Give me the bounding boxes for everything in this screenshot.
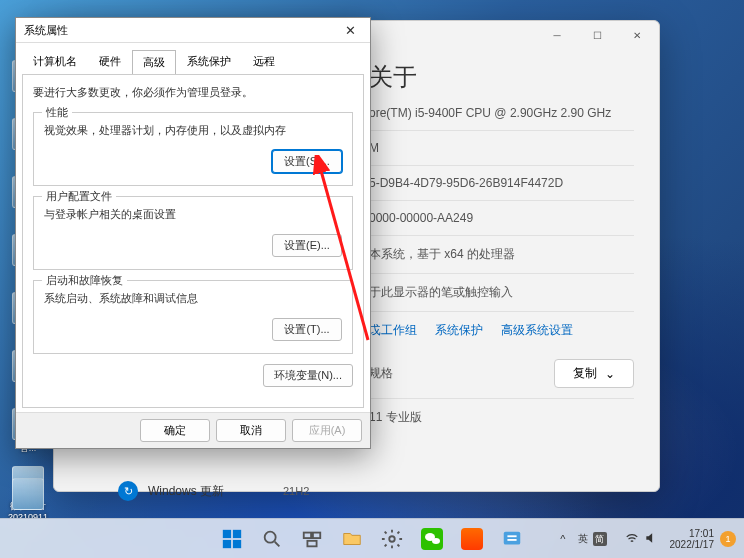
settings-taskbar-button[interactable] [374,521,410,557]
svg-rect-3 [223,539,231,547]
performance-settings-button[interactable]: 设置(S)... [272,150,342,173]
tab-hardware[interactable]: 硬件 [88,49,132,74]
link-workgroup[interactable]: 戉工作组 [369,322,417,339]
ram-row: M [369,131,634,166]
system-tray[interactable] [619,527,664,551]
dialog-title: 系统属性 [24,23,68,38]
version-value: 21H2 [283,485,309,497]
link-advanced-settings[interactable]: 高级系统设置 [501,322,573,339]
svg-rect-9 [307,540,316,546]
chevron-down-icon: ⌄ [605,367,615,381]
nav-windows-update[interactable]: ↻ Windows 更新 21H2 [118,481,318,501]
startup-settings-button[interactable]: 设置(T)... [272,318,342,341]
wifi-icon [625,531,639,547]
apply-button[interactable]: 应用(A) [292,419,362,442]
control-panel-taskbar-button[interactable] [494,521,530,557]
clock-time: 17:01 [670,528,715,539]
system-properties-dialog: 系统属性 ✕ 计算机名硬件高级系统保护远程 要进行大多数更改，你必须作为管理员登… [15,17,371,449]
product-id-row: 0000-00000-AA249 [369,201,634,236]
startup-group: 启动和故障恢复 系统启动、系统故障和调试信息 设置(T)... [33,280,353,354]
wechat-taskbar-button[interactable] [414,521,450,557]
copy-button[interactable]: 复制 ⌄ [554,359,634,388]
startup-desc: 系统启动、系统故障和调试信息 [44,291,342,306]
app-taskbar-button[interactable] [454,521,490,557]
start-button[interactable] [214,521,250,557]
ok-button[interactable]: 确定 [140,419,210,442]
svg-rect-1 [223,529,231,537]
settings-maximize-button[interactable]: ☐ [579,23,615,47]
profile-group: 用户配置文件 与登录帐户相关的桌面设置 设置(E)... [33,196,353,270]
svg-point-5 [265,531,276,542]
pen-row: 于此显示器的笔或触控输入 [369,274,634,312]
svg-line-6 [275,541,280,546]
update-icon: ↻ [118,481,138,501]
task-view-button[interactable] [294,521,330,557]
edition-row: 11 专业版 [369,399,634,436]
link-system-protect[interactable]: 系统保护 [435,322,483,339]
tab-computer-name[interactable]: 计算机名 [22,49,88,74]
desktop-icon-glyph [12,478,44,510]
tab-advanced[interactable]: 高级 [132,50,176,75]
svg-rect-13 [507,539,516,541]
links-row: 戉工作组 系统保护 高级系统设置 [369,312,634,349]
about-heading: 关于 [369,61,417,93]
explorer-button[interactable] [334,521,370,557]
admin-note: 要进行大多数更改，你必须作为管理员登录。 [33,85,353,100]
svg-rect-12 [507,535,516,537]
search-button[interactable] [254,521,290,557]
cpu-row: ore(TM) i5-9400F CPU @ 2.90GHz 2.90 GHz [369,96,634,131]
profile-legend: 用户配置文件 [42,189,116,204]
spec-row: 规格 复制 ⌄ [369,349,634,399]
tray-chevron-icon[interactable]: ^ [560,533,565,545]
cancel-button[interactable]: 取消 [216,419,286,442]
dialog-close-button[interactable]: ✕ [334,19,366,41]
ime-mode-icon: 简 [593,532,607,546]
svg-rect-7 [304,532,311,538]
svg-point-10 [389,536,395,542]
profile-desc: 与登录帐户相关的桌面设置 [44,207,342,222]
ime-indicator[interactable]: 英 简 [572,528,613,550]
clock[interactable]: 17:01 2022/1/17 [670,528,715,550]
taskbar: ^ 英 简 17:01 2022/1/17 1 [0,518,744,558]
clock-date: 2022/1/17 [670,539,715,550]
settings-close-button[interactable]: ✕ [619,23,655,47]
volume-icon [644,531,658,547]
profile-settings-button[interactable]: 设置(E)... [272,234,342,257]
spec-label: 规格 [369,365,393,382]
tab-remote[interactable]: 远程 [242,49,286,74]
svg-rect-4 [233,539,241,547]
startup-legend: 启动和故障恢复 [42,273,127,288]
settings-minimize-button[interactable]: ─ [539,23,575,47]
notification-badge[interactable]: 1 [720,531,736,547]
device-id-row: 5-D9B4-4D79-95D6-26B914F4472D [369,166,634,201]
desktop-icon[interactable]: 20210911 [8,478,48,522]
svg-rect-11 [504,531,521,544]
performance-desc: 视觉效果，处理器计划，内存使用，以及虚拟内存 [44,123,342,138]
env-vars-button[interactable]: 环境变量(N)... [263,364,353,387]
performance-group: 性能 视觉效果，处理器计划，内存使用，以及虚拟内存 设置(S)... [33,112,353,186]
tab-system-protect[interactable]: 系统保护 [176,49,242,74]
svg-rect-2 [233,529,241,537]
performance-legend: 性能 [42,105,72,120]
arch-row: 本系统，基于 x64 的处理器 [369,236,634,274]
svg-rect-8 [313,532,320,538]
